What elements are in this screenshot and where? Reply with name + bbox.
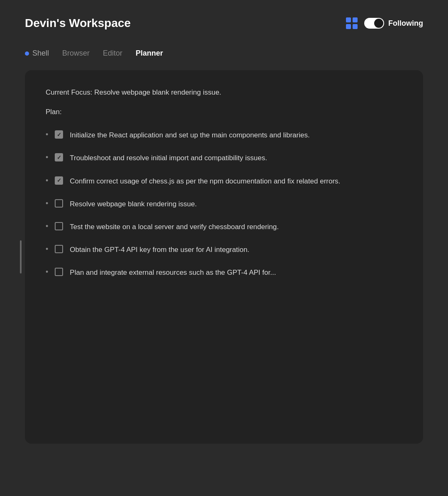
plan-label: Plan:	[46, 108, 402, 116]
item-text-3: Confirm correct usage of chess.js as per…	[70, 176, 340, 187]
bullet-icon: •	[46, 176, 48, 185]
item-text-7: Plan and integrate external resources su…	[70, 267, 276, 278]
tab-shell-label: Shell	[32, 49, 49, 58]
grid-icon[interactable]	[346, 17, 358, 29]
tab-planner[interactable]: Planner	[136, 46, 163, 60]
toggle-knob	[374, 19, 383, 28]
following-toggle-container: Following	[364, 18, 423, 29]
plan-item: • Obtain the GPT-4 API key from the user…	[46, 244, 402, 255]
checkbox-2[interactable]	[55, 153, 63, 161]
bullet-icon: •	[46, 222, 48, 231]
bullet-icon: •	[46, 245, 48, 254]
following-toggle[interactable]	[364, 18, 384, 29]
bullet-icon: •	[46, 153, 48, 162]
tab-browser[interactable]: Browser	[62, 46, 90, 60]
plan-item: • Test the website on a local server and…	[46, 221, 402, 232]
checkbox-3[interactable]	[55, 176, 63, 185]
item-text-6: Obtain the GPT-4 API key from the user f…	[70, 244, 249, 255]
plan-items-list: • Initialize the React application and s…	[46, 129, 402, 278]
checkbox-7[interactable]	[55, 268, 63, 276]
tab-editor[interactable]: Editor	[103, 46, 122, 60]
tab-editor-label: Editor	[103, 49, 122, 57]
following-label: Following	[388, 19, 423, 28]
plan-item: • Troubleshoot and resolve initial impor…	[46, 152, 402, 164]
current-focus-text: Current Focus: Resolve webpage blank ren…	[46, 87, 402, 98]
bullet-icon: •	[46, 268, 48, 276]
checkbox-5[interactable]	[55, 222, 63, 230]
item-text-1: Initialize the React application and set…	[70, 129, 309, 141]
plan-item: • Initialize the React application and s…	[46, 129, 402, 141]
workspace-title: Devin's Workspace	[25, 17, 131, 30]
bullet-icon: •	[46, 199, 48, 208]
item-text-4: Resolve webpage blank rendering issue.	[70, 198, 197, 210]
checkbox-6[interactable]	[55, 245, 63, 253]
checkbox-1[interactable]	[55, 130, 63, 139]
item-text-5: Test the website on a local server and v…	[70, 221, 279, 232]
planner-panel: Current Focus: Resolve webpage blank ren…	[25, 70, 423, 444]
header-controls: Following	[346, 17, 423, 29]
checkbox-4[interactable]	[55, 199, 63, 208]
tab-planner-label: Planner	[136, 49, 163, 57]
plan-item: • Resolve webpage blank rendering issue.	[46, 198, 402, 210]
plan-item: • Confirm correct usage of chess.js as p…	[46, 176, 402, 187]
tab-shell[interactable]: Shell	[25, 46, 49, 60]
item-text-2: Troubleshoot and resolve initial import …	[70, 152, 267, 164]
tab-bar: Shell Browser Editor Planner	[25, 46, 423, 60]
scroll-indicator	[20, 240, 22, 274]
tab-browser-label: Browser	[62, 49, 90, 57]
plan-item: • Plan and integrate external resources …	[46, 267, 402, 278]
bullet-icon: •	[46, 130, 48, 139]
header: Devin's Workspace Following	[25, 17, 423, 30]
